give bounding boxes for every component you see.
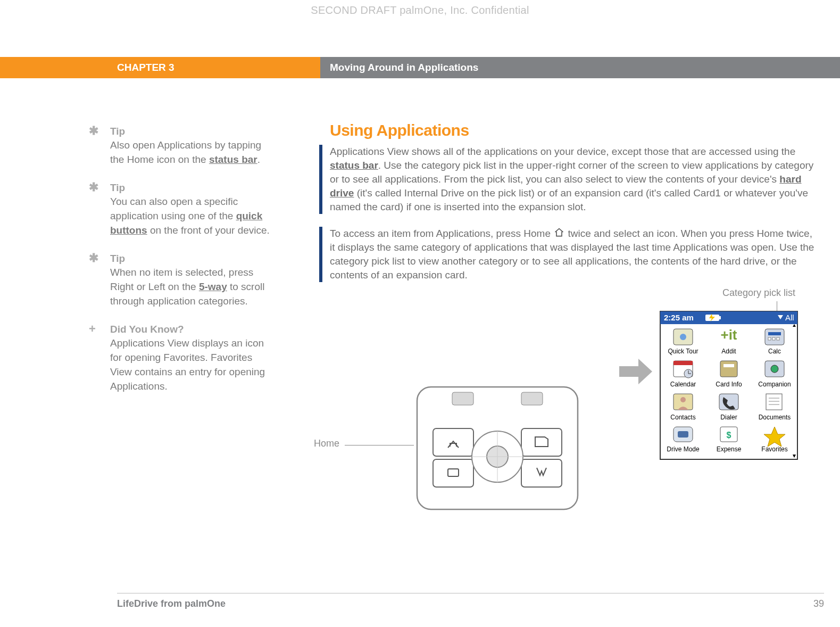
svg-text:Dialer: Dialer (720, 414, 737, 421)
svg-text:+it: +it (720, 327, 737, 343)
chapter-header: CHAPTER 3 Moving Around in Applications (0, 57, 840, 78)
link-status-bar-main[interactable]: status bar (330, 160, 378, 171)
arrow-right-icon (617, 356, 654, 387)
svg-rect-2 (521, 392, 543, 405)
device-illustration (415, 385, 580, 513)
tip-3: ✱ Tip When no item is selected, press Ri… (89, 252, 270, 308)
tip-body: Also open Applications by tapping the Ho… (110, 138, 270, 167)
svg-rect-36 (720, 361, 737, 377)
svg-text:All: All (785, 313, 794, 322)
tip-body: You can also open a specific application… (110, 194, 270, 237)
confidential-watermark: SECOND DRAFT palmOne, Inc. Confidential (0, 4, 840, 16)
svg-text:Documents: Documents (759, 414, 791, 421)
callout-line (777, 301, 777, 311)
svg-rect-37 (723, 364, 734, 367)
tip-text: You can also open a specific application… (110, 196, 238, 221)
svg-rect-6 (521, 459, 562, 487)
body-text: To access an item from Applications, pre… (330, 228, 553, 239)
svg-rect-28 (777, 337, 779, 340)
link-5-way[interactable]: 5-way (199, 281, 227, 292)
svg-rect-24 (765, 329, 784, 345)
chapter-title: Moving Around in Applications (320, 57, 840, 78)
body-text: Applications View shows all of the appli… (330, 146, 795, 157)
svg-text:Calc: Calc (768, 348, 781, 355)
svg-text:Card Info: Card Info (716, 381, 742, 388)
tip-label: Tip (110, 252, 125, 265)
tip-body: When no item is selected, press Right or… (110, 265, 270, 308)
chapter-label: CHAPTER 3 (0, 57, 320, 78)
product-name: LifeDrive from palmOne (117, 598, 226, 609)
dyk-label: Did You Know? (110, 323, 184, 336)
svg-point-20 (680, 334, 686, 340)
link-status-bar[interactable]: status bar (209, 154, 257, 165)
footer-rule (117, 593, 824, 593)
svg-point-43 (680, 397, 686, 402)
sidebar-tips: ✱ Tip Also open Applications by tapping … (89, 125, 270, 408)
svg-rect-5 (521, 428, 562, 456)
category-callout-label: Category pick list (722, 287, 795, 299)
applications-screen: 2:25 am All Quick Tour +it Addit (660, 311, 798, 460)
paragraph-1: Applications View shows all of the appli… (319, 145, 819, 214)
tip-label: Tip (110, 182, 125, 194)
app-contacts: Contacts (670, 394, 695, 421)
did-you-know: + Did You Know? Applications View displa… (89, 323, 270, 393)
svg-rect-53 (678, 431, 688, 438)
tip-label: Tip (110, 125, 125, 138)
paragraph-2: To access an item from Applications, pre… (319, 227, 819, 282)
home-icon (553, 227, 565, 238)
dyk-body: Applications View displays an icon for o… (110, 336, 270, 393)
tip-text: . (257, 154, 260, 165)
svg-rect-1 (452, 392, 473, 405)
callout-line (345, 445, 414, 446)
svg-rect-26 (768, 337, 771, 340)
svg-text:Expense: Expense (717, 446, 742, 453)
home-callout-label: Home (314, 438, 339, 449)
svg-text:Addit: Addit (721, 348, 736, 355)
svg-rect-3 (433, 428, 473, 456)
body-text: . Use the category pick list in the uppe… (330, 160, 813, 185)
svg-text:Quick Tour: Quick Tour (668, 348, 698, 355)
tip-2: ✱ Tip You can also open a specific appli… (89, 182, 270, 237)
body-text: (it's called Internal Drive on the pick … (330, 187, 808, 212)
tip-text: on the front of your device. (147, 225, 270, 236)
svg-text:Drive Mode: Drive Mode (667, 446, 700, 453)
svg-text:2:25 am: 2:25 am (664, 313, 694, 322)
svg-text:Contacts: Contacts (670, 414, 695, 421)
svg-rect-4 (433, 459, 473, 487)
asterisk-icon: ✱ (89, 182, 110, 193)
svg-rect-25 (768, 332, 781, 335)
app-dialer: Dialer (719, 394, 738, 421)
tip-1: ✱ Tip Also open Applications by tapping … (89, 125, 270, 167)
page-footer: LifeDrive from palmOne 39 (117, 598, 824, 609)
svg-text:Calendar: Calendar (670, 381, 696, 388)
diagram-row: Home Cate (330, 297, 819, 462)
app-addit: +it Addit (720, 327, 737, 355)
section-heading: Using Applications (330, 121, 819, 139)
svg-text:Favorites: Favorites (761, 446, 787, 453)
plus-icon: + (89, 323, 110, 335)
app-calendar: Calendar (670, 361, 696, 388)
main-content: Using Applications Applications View sho… (330, 121, 819, 462)
svg-text:Companion: Companion (758, 381, 791, 388)
svg-text:$: $ (727, 431, 731, 440)
svg-rect-31 (673, 361, 693, 365)
svg-point-40 (771, 365, 778, 373)
page-number: 39 (813, 598, 824, 609)
svg-rect-16 (719, 316, 721, 319)
svg-rect-27 (772, 337, 775, 340)
asterisk-icon: ✱ (89, 125, 110, 137)
asterisk-icon: ✱ (89, 252, 110, 264)
svg-rect-47 (766, 394, 782, 410)
